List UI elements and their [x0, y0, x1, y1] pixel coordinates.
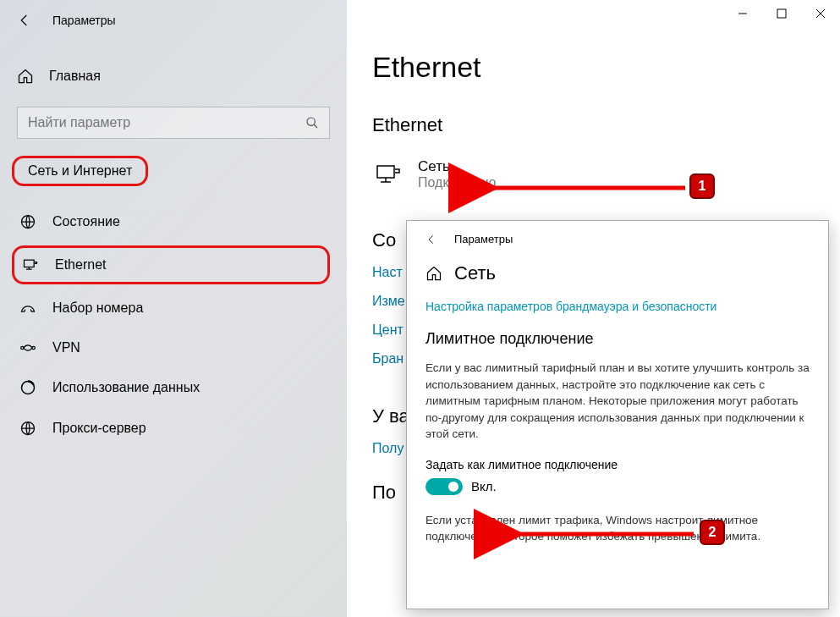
annotation-arrow-2: [508, 526, 702, 543]
svg-rect-8: [377, 166, 394, 178]
back-icon[interactable]: [17, 13, 32, 28]
proxy-icon: [19, 420, 37, 437]
home-icon: [17, 68, 34, 85]
sidebar-item-status[interactable]: Состояние: [0, 201, 347, 242]
sidebar-item-dialup[interactable]: Набор номера: [0, 288, 347, 328]
section-heading-ethernet: Ethernet: [372, 114, 815, 136]
network-icon: [372, 159, 403, 190]
dialup-icon: [19, 300, 37, 317]
svg-rect-7: [777, 9, 786, 18]
annotation-badge-2: 2: [700, 520, 725, 545]
sidebar-item-label: Состояние: [52, 214, 120, 229]
sidebar-item-ethernet[interactable]: Ethernet: [12, 245, 330, 284]
minimize-button[interactable]: [723, 0, 762, 27]
vpn-icon: [19, 340, 37, 355]
metered-heading: Лимитное подключение: [425, 330, 810, 348]
svg-point-3: [21, 346, 24, 349]
sidebar-item-label: Ethernet: [55, 257, 106, 273]
window-title: Параметры: [52, 14, 116, 27]
svg-point-4: [32, 346, 35, 349]
svg-rect-2: [25, 260, 35, 267]
data-usage-icon: [19, 379, 37, 396]
sidebar-item-proxy[interactable]: Прокси-сервер: [0, 408, 347, 449]
metered-toggle-row: Вкл.: [425, 478, 810, 495]
titlebar-left: Параметры: [0, 0, 347, 41]
sidebar-item-label: VPN: [52, 340, 80, 355]
popup-title: Параметры: [454, 233, 513, 245]
maximize-button[interactable]: [762, 0, 801, 27]
popup-heading: Сеть: [454, 262, 496, 284]
annotation-arrow-1: [482, 179, 694, 196]
status-icon: [19, 213, 37, 230]
metered-toggle-label: Задать как лимитное подключение: [425, 458, 810, 471]
sidebar-category: Сеть и Интернет: [12, 156, 148, 186]
sidebar-item-label: Использование данных: [52, 380, 200, 395]
search-box[interactable]: [17, 107, 330, 139]
window-controls: [723, 0, 840, 27]
sidebar-home-label: Главная: [49, 69, 101, 84]
page-title: Ethernet: [372, 51, 815, 84]
network-name: Сеть: [418, 158, 497, 175]
sidebar-item-label: Набор номера: [52, 300, 143, 316]
metered-toggle[interactable]: [425, 478, 463, 495]
popup-back-icon[interactable]: [425, 234, 437, 245]
sidebar-home[interactable]: Главная: [0, 58, 347, 95]
search-icon: [305, 116, 319, 129]
network-settings-popup: Параметры Сеть Настройка параметров бран…: [406, 220, 829, 609]
svg-point-0: [307, 118, 315, 125]
firewall-settings-link[interactable]: Настройка параметров брандмауэра и безоп…: [425, 300, 810, 313]
annotation-badge-1: 1: [689, 174, 715, 199]
settings-sidebar: Параметры Главная Сеть и Интернет Состоя…: [0, 0, 347, 617]
search-input[interactable]: [28, 115, 305, 130]
sidebar-item-datausage[interactable]: Использование данных: [0, 367, 347, 408]
metered-toggle-state: Вкл.: [471, 479, 497, 493]
sidebar-item-vpn[interactable]: VPN: [0, 328, 347, 367]
close-button[interactable]: [801, 0, 840, 27]
home-icon[interactable]: [425, 265, 442, 282]
popup-titlebar: Параметры: [425, 233, 810, 245]
ethernet-icon: [21, 256, 40, 273]
sidebar-item-label: Прокси-сервер: [52, 421, 146, 436]
popup-heading-row: Сеть: [425, 262, 810, 284]
metered-description: Если у вас лимитный тарифный план и вы х…: [425, 360, 810, 443]
